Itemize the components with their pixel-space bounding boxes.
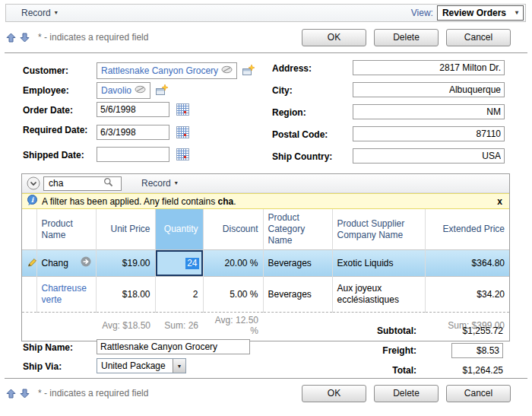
move-down-icon[interactable]	[20, 33, 30, 43]
column-header-unit-price[interactable]: Unit Price	[96, 209, 155, 250]
view-label: View:	[411, 8, 433, 18]
address-input[interactable]	[353, 60, 505, 75]
cancel-button[interactable]: Cancel	[446, 385, 511, 402]
view-selector-value: Review Orders	[442, 8, 506, 18]
ok-button[interactable]: OK	[302, 385, 366, 402]
record-menu-label: Record	[21, 8, 51, 18]
move-up-icon[interactable]	[6, 389, 16, 399]
filter-message-prefix: A filter has been applied. Any field con…	[42, 196, 218, 207]
order-date-input[interactable]	[97, 102, 169, 117]
cell-unit-price: $18.00	[96, 277, 155, 313]
filter-message: A filter has been applied. Any field con…	[42, 196, 236, 207]
divider	[5, 378, 527, 379]
product-name-value: Chang	[42, 258, 68, 269]
shipped-date-label: Shipped Date:	[23, 147, 97, 161]
grid-search-box	[43, 176, 122, 191]
cell-category: Beverages	[263, 250, 332, 277]
employee-lookup[interactable]: Davolio	[97, 82, 150, 99]
search-icon[interactable]	[103, 177, 113, 189]
column-header-quantity[interactable]: Quantity	[155, 209, 203, 250]
search-input[interactable]	[47, 177, 103, 189]
grid-toolbar: Record ▾	[22, 174, 509, 193]
delete-button[interactable]: Delete	[374, 385, 439, 402]
eraser-icon[interactable]	[135, 85, 146, 96]
customer-value-link[interactable]: Rattlesnake Canyon Grocery	[101, 65, 218, 76]
chevron-down-icon: ▾	[55, 10, 58, 16]
cell-extended-price: $34.20	[425, 277, 509, 313]
view-selector[interactable]: Review Orders ▾	[437, 5, 524, 21]
ship-name-field-row: Ship Name:	[23, 339, 250, 354]
employee-value-link[interactable]: Davolio	[101, 85, 131, 96]
required-date-label: Required Date:	[23, 122, 97, 136]
new-record-icon[interactable]	[242, 65, 255, 76]
column-header-category[interactable]: Product Category Name	[263, 209, 332, 250]
action-buttons: OK Delete Cancel	[302, 385, 511, 402]
postal-code-input[interactable]	[353, 126, 505, 141]
calendar-icon[interactable]	[176, 103, 189, 116]
chevron-down-icon: ▾	[175, 180, 178, 186]
new-record-icon[interactable]	[156, 84, 168, 96]
open-row-arrow-icon[interactable]	[81, 256, 91, 270]
search-options-icon[interactable]	[27, 176, 40, 190]
details-table: Product Name Unit Price Quantity Discoun…	[22, 209, 509, 341]
grid-row[interactable]: Chartreuse verte $18.00 2 5.00 % Beverag…	[22, 277, 509, 313]
dropdown-arrow-icon[interactable]: ▼	[173, 359, 185, 373]
ship-via-select[interactable]: United Package ▼	[97, 358, 186, 373]
view-area: View: Review Orders ▾	[411, 5, 524, 21]
column-header-supplier[interactable]: Product Supplier Company Name	[332, 209, 425, 250]
cell-supplier: Exotic Liquids	[332, 250, 425, 277]
delete-button[interactable]: Delete	[374, 29, 439, 46]
total-label: Total:	[318, 365, 416, 376]
cell-discount: 5.00 %	[203, 277, 263, 313]
calendar-icon[interactable]	[176, 126, 189, 138]
product-name-link[interactable]: Chartreuse verte	[42, 283, 87, 305]
eraser-icon[interactable]	[221, 65, 233, 76]
grid-row-selected[interactable]: Chang $19.00 24 20.00 % Beverages Exotic…	[22, 250, 509, 277]
city-field-row: City:	[272, 82, 505, 97]
summary-quantity: Sum: 26	[155, 313, 203, 341]
total-row: Total: $1,264.25	[318, 362, 503, 379]
ok-button[interactable]: OK	[302, 29, 366, 46]
cancel-button[interactable]: Cancel	[446, 29, 511, 46]
record-menu[interactable]: Record ▾	[21, 8, 58, 18]
ship-country-label: Ship Country:	[272, 148, 353, 163]
cell-quantity-editing[interactable]: 24	[155, 250, 203, 277]
ship-country-input[interactable]	[353, 148, 505, 164]
region-input[interactable]	[353, 104, 505, 119]
filter-term: cha	[218, 196, 234, 207]
cell-unit-price: $19.00	[96, 250, 155, 277]
close-filter-icon[interactable]: x	[497, 197, 502, 206]
pencil-icon	[27, 259, 36, 269]
grid-record-menu[interactable]: Record ▾	[141, 178, 178, 189]
action-buttons: OK Delete Cancel	[302, 29, 511, 46]
ship-via-field-row: Ship Via: United Package ▼	[23, 358, 186, 373]
column-header-product-name[interactable]: Product Name	[36, 209, 96, 250]
filter-message-suffix: .	[233, 196, 236, 207]
cell-quantity: 2	[155, 277, 203, 313]
info-icon: i	[27, 195, 38, 208]
ship-country-field-row: Ship Country:	[272, 148, 505, 164]
row-edit-indicator	[22, 250, 36, 277]
employee-field-row: Employee: Davolio	[23, 82, 168, 99]
move-up-icon[interactable]	[6, 33, 16, 43]
column-header-extended-price[interactable]: Extended Price	[425, 209, 509, 250]
city-input[interactable]	[353, 82, 505, 97]
address-label: Address:	[272, 60, 353, 75]
column-header-discount[interactable]: Discount	[203, 209, 263, 250]
freight-input[interactable]	[451, 343, 503, 358]
bottom-action-bar: * - indicates a required field OK Delete…	[6, 383, 511, 403]
cell-product-name: Chang	[36, 250, 96, 277]
required-date-field-row: Required Date:	[23, 122, 189, 140]
ship-name-label: Ship Name:	[23, 339, 97, 354]
postal-code-field-row: Postal Code:	[272, 126, 505, 141]
customer-lookup[interactable]: Rattlesnake Canyon Grocery	[97, 62, 237, 79]
move-down-icon[interactable]	[20, 389, 30, 399]
quantity-edit-value[interactable]: 24	[185, 258, 198, 269]
required-date-input[interactable]	[97, 125, 169, 140]
customer-label: Customer:	[23, 62, 97, 77]
subtotal-row: Subtotal: $1,255.72	[318, 322, 503, 339]
subtotal-value: $1,255.72	[436, 325, 503, 336]
calendar-icon[interactable]	[176, 148, 189, 160]
ship-name-input[interactable]	[97, 339, 250, 354]
shipped-date-input[interactable]	[97, 147, 169, 162]
